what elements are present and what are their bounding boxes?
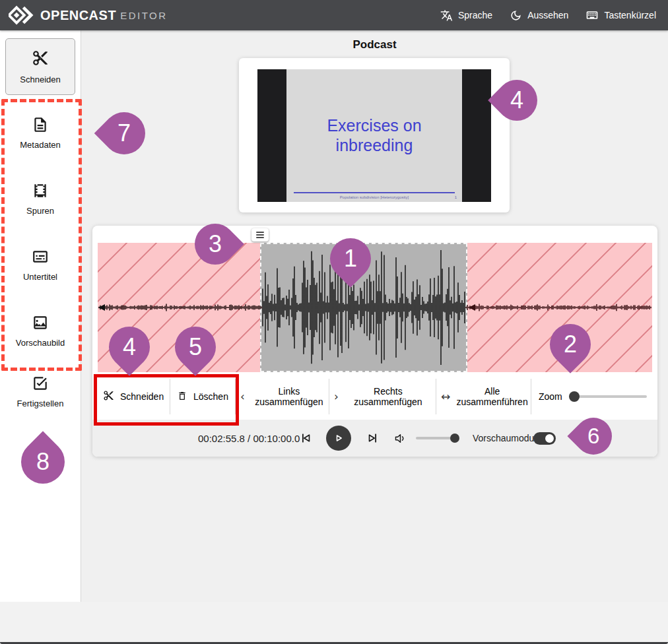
segment-cut-left[interactable]: [98, 243, 260, 372]
volume-slider-thumb[interactable]: [450, 434, 459, 443]
brand-suffix: EDITOR: [120, 10, 167, 21]
toolbar-divider: [531, 379, 531, 414]
brand: OPENCAST EDITOR: [0, 5, 168, 26]
arrows-left-right-icon: ↔: [441, 390, 450, 403]
moon-icon: [510, 9, 522, 22]
menu-label: Tastenkürzel: [604, 10, 656, 20]
preview-mode-toggle[interactable]: [533, 432, 556, 445]
video-player[interactable]: Exercises on inbreeding Population subdi…: [257, 69, 491, 202]
toggle-knob: [545, 434, 554, 443]
sidebar-item-label: Spuren: [26, 206, 54, 216]
preview-mode-label: Vorschaumodus: [473, 420, 539, 457]
opencast-editor-app: OPENCAST EDITOR Sprache Aussehen Taste: [0, 0, 668, 644]
zoom-label: Zoom: [539, 391, 562, 402]
zoom-slider-thumb[interactable]: [569, 391, 580, 402]
sidebar-item-fertigstellen[interactable]: Fertigstellen: [0, 375, 81, 409]
skip-next-button[interactable]: [366, 420, 380, 457]
merge-all-label: Alle zusammenführen: [456, 386, 528, 407]
keyboard-icon: [585, 9, 599, 22]
image-icon: [0, 314, 81, 331]
sidebar-item-metadaten[interactable]: Metadaten: [0, 116, 81, 150]
sidebar-item-label: Metadaten: [20, 140, 60, 150]
scissors-icon: [32, 49, 49, 69]
zoom-control: Zoom: [539, 375, 647, 418]
cut-button[interactable]: Schneiden: [103, 375, 164, 418]
cut-toolbar: Schneiden Löschen ‹ Links zusammenfügen …: [92, 375, 657, 418]
merge-right-label: Rechts zusammenfügen: [345, 386, 432, 407]
film-icon: [0, 182, 81, 199]
sidebar-item-label: Untertitel: [23, 272, 57, 282]
merge-right-button[interactable]: › Rechts zusammenfügen: [334, 375, 432, 418]
sidebar-item-untertitel[interactable]: Untertitel: [0, 248, 81, 282]
scrubber-handle[interactable]: [251, 228, 269, 242]
app-header: OPENCAST EDITOR Sprache Aussehen Taste: [0, 0, 668, 30]
subtitles-icon: [0, 248, 81, 265]
delete-button[interactable]: Löschen: [177, 375, 228, 418]
zoom-slider[interactable]: [569, 395, 647, 398]
chevron-left-icon: ‹: [240, 390, 245, 403]
chevron-right-icon: ›: [334, 390, 339, 403]
brand-name: OPENCAST: [40, 8, 116, 23]
volume-slider[interactable]: [416, 437, 458, 439]
merge-left-label: Links zusammenfügen: [251, 386, 327, 407]
toolbar-divider: [170, 379, 170, 414]
sidebar: Schneiden Metadaten Spuren Untertitel Vo: [0, 30, 81, 602]
sidebar-item-schneiden[interactable]: Schneiden: [5, 38, 75, 95]
merge-left-button[interactable]: ‹ Links zusammenfügen: [240, 375, 327, 418]
toolbar-divider: [436, 379, 436, 414]
menu-label: Aussehen: [527, 10, 568, 20]
volume-slider-wrap: [416, 420, 458, 457]
page-title: Podcast: [81, 38, 668, 51]
translate-icon: [440, 9, 453, 22]
segment-kept[interactable]: [260, 243, 467, 372]
delete-button-label: Löschen: [193, 391, 228, 402]
play-button[interactable]: [326, 426, 351, 451]
video-preview-card: Exercises on inbreeding Population subdi…: [239, 58, 510, 212]
timeline-card: Schneiden Löschen ‹ Links zusammenfügen …: [92, 226, 657, 457]
menu-label: Sprache: [458, 10, 492, 20]
header-menu: Sprache Aussehen Tastenkürzel: [440, 9, 668, 22]
pillarbox-left: [257, 69, 286, 202]
toolbar-divider: [235, 379, 236, 414]
volume-icon[interactable]: [393, 420, 407, 457]
slide-title: Exercises on inbreeding: [286, 115, 462, 155]
scissors-icon: [103, 390, 114, 403]
menu-item-appearance[interactable]: Aussehen: [510, 9, 568, 22]
slide-page-number: 1: [455, 195, 457, 199]
pillarbox-right: [462, 69, 491, 202]
toolbar-divider: [329, 379, 329, 414]
skip-previous-button[interactable]: [298, 420, 313, 457]
timeline-track[interactable]: [98, 243, 652, 372]
checkbox-icon: [0, 375, 81, 392]
document-icon: [0, 116, 81, 133]
cut-button-label: Schneiden: [120, 391, 164, 402]
time-display: 00:02:55.8 / 00:10:00.0: [198, 420, 300, 457]
slide-footer-line: [294, 192, 455, 193]
playback-bar: 00:02:55.8 / 00:10:00.0 Vorschaumodus: [92, 420, 657, 457]
menu-item-shortcuts[interactable]: Tastenkürzel: [585, 9, 656, 22]
sidebar-item-vorschaubild[interactable]: Vorschaubild: [0, 314, 81, 348]
merge-all-button[interactable]: ↔ Alle zusammenführen: [441, 375, 528, 418]
segment-cut-right[interactable]: [467, 243, 652, 372]
trash-icon: [177, 391, 187, 403]
sidebar-item-label: Fertigstellen: [17, 399, 64, 408]
slide-footer-text: Population subdivision [Heterozygosity]: [286, 195, 462, 199]
menu-item-language[interactable]: Sprache: [440, 9, 492, 22]
page-background: [0, 602, 668, 644]
sidebar-item-label: Vorschaubild: [16, 338, 65, 348]
sidebar-item-label: Schneiden: [20, 75, 60, 84]
video-slide: Exercises on inbreeding Population subdi…: [286, 69, 462, 202]
sidebar-item-spuren[interactable]: Spuren: [0, 182, 81, 216]
opencast-logo-icon: [9, 5, 34, 26]
